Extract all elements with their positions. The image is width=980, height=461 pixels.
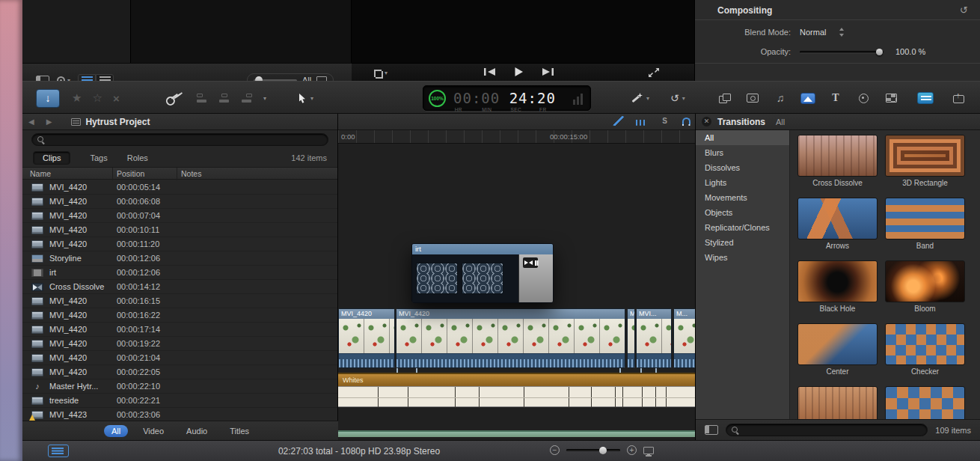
tool-selector[interactable]: ▾	[298, 82, 313, 115]
opacity-slider-knob[interactable]	[876, 49, 883, 55]
list-item[interactable]: !MVI_442300:00:23:06	[22, 408, 337, 421]
reset-icon[interactable]: ↺	[960, 4, 968, 16]
generators-browser-button[interactable]	[881, 91, 901, 106]
timeline-ruler[interactable]: 0:0000:00:15:00	[338, 130, 695, 144]
append-clip-icon[interactable]	[241, 94, 253, 103]
titles-browser-button[interactable]: T	[826, 91, 845, 106]
list-item[interactable]: MVI_442000:00:07:04	[22, 209, 337, 223]
sidebar-toggle-icon[interactable]	[705, 425, 718, 435]
transition-item[interactable]: Band	[885, 198, 973, 251]
category-lights[interactable]: Lights	[696, 175, 789, 190]
tab-clips[interactable]: Clips	[33, 151, 70, 165]
table-header[interactable]: Name Position Notes	[22, 167, 337, 180]
list-item[interactable]: irt00:00:12:06	[22, 266, 337, 280]
connect-clip-icon[interactable]	[196, 94, 208, 103]
category-stylized[interactable]: Stylized	[696, 235, 789, 250]
favorite-icon[interactable]: ★	[72, 91, 82, 105]
audio-lanes[interactable]	[338, 386, 696, 407]
browser-search-input[interactable]	[49, 135, 322, 144]
share-icon[interactable]	[952, 93, 964, 103]
list-item[interactable]: MVI_442000:00:10:11	[22, 223, 337, 237]
list-item[interactable]: MVI_442000:00:16:22	[22, 308, 337, 323]
list-item[interactable]: MVI_442000:00:19:22	[22, 337, 337, 351]
category-objects[interactable]: Objects	[696, 205, 789, 220]
next-frame-button[interactable]	[542, 67, 554, 78]
category-blurs[interactable]: Blurs	[696, 145, 789, 160]
inspector-toggle-icon[interactable]	[917, 92, 934, 104]
tab-tags[interactable]: Tags	[90, 153, 107, 162]
transition-item[interactable]: Center	[797, 323, 885, 376]
timeline-body[interactable]: MVI_4420MVI_4420MMVI...M... Whites irt	[338, 144, 696, 440]
transitions-search-field[interactable]	[726, 424, 928, 436]
list-item[interactable]: Cross Dissolve00:00:14:12	[22, 280, 337, 294]
music-clip[interactable]	[338, 430, 696, 437]
reject-icon[interactable]: ×	[113, 92, 120, 105]
popup-arrows-icon[interactable]	[839, 28, 845, 37]
snapping-magnet-icon[interactable]	[682, 117, 690, 124]
import-media-button[interactable]: ↓	[36, 89, 60, 108]
opacity-slider[interactable]	[800, 51, 883, 53]
list-item[interactable]: Storyline00:00:12:06	[22, 251, 337, 266]
themes-browser-button[interactable]	[854, 91, 873, 106]
unrate-icon[interactable]: ☆	[92, 91, 102, 105]
list-item[interactable]: treeside00:00:22:21	[22, 394, 337, 408]
zoom-in-icon[interactable]: +	[627, 445, 637, 455]
music-browser-button[interactable]: ♫	[771, 91, 790, 106]
keyword-editor-icon[interactable]	[162, 88, 183, 108]
category-replicator-clones[interactable]: Replicator/Clones	[696, 220, 789, 235]
filter-video[interactable]: Video	[135, 425, 171, 437]
previous-frame-button[interactable]	[483, 67, 496, 78]
solo-icon[interactable]: S	[659, 116, 670, 126]
fit-to-window-icon[interactable]	[643, 447, 654, 454]
crop-tools-button[interactable]: ▾	[373, 64, 388, 82]
column-notes[interactable]: Notes	[181, 169, 201, 178]
insert-clip-icon[interactable]	[218, 94, 230, 103]
audio-skimming-icon[interactable]	[636, 116, 647, 126]
list-item[interactable]: MVI_442000:00:21:04	[22, 351, 337, 365]
transition-item[interactable]: Bloom	[885, 260, 973, 314]
transition-item[interactable]	[797, 386, 885, 419]
transition-item[interactable]: Cross Dissolve	[797, 135, 885, 188]
zoom-slider[interactable]	[566, 449, 620, 451]
timeline-clip[interactable]: M...	[673, 308, 696, 368]
transitions-search-input[interactable]	[743, 426, 922, 435]
tab-roles[interactable]: Roles	[127, 153, 148, 162]
column-name[interactable]: Name	[30, 169, 51, 178]
timeline-clip[interactable]: MVI...	[636, 308, 672, 368]
transition-item[interactable]: Checker	[885, 323, 973, 376]
list-item[interactable]: MVI_442000:00:05:14	[22, 180, 337, 195]
list-item[interactable]: MVI_442000:00:16:15	[22, 294, 337, 308]
filter-audio[interactable]: Audio	[179, 425, 215, 437]
category-all[interactable]: All	[696, 130, 789, 145]
category-dissolves[interactable]: Dissolves	[696, 160, 789, 175]
transition-item[interactable]	[885, 386, 973, 419]
category-wipes[interactable]: Wipes	[696, 250, 789, 265]
skimming-icon[interactable]	[613, 116, 624, 126]
list-item[interactable]: MVI_442000:00:06:08	[22, 195, 337, 209]
back-arrow-icon[interactable]: ◀	[22, 117, 40, 126]
timeline-clip[interactable]: MVI_4420	[338, 308, 395, 368]
audio-meter-icon[interactable]	[573, 93, 583, 105]
effects-browser-button[interactable]	[715, 91, 735, 106]
edit-options-caret-icon[interactable]: ▾	[263, 95, 266, 102]
zoom-out-icon[interactable]: −	[550, 445, 560, 455]
retime-button[interactable]: ↺▾	[670, 82, 685, 115]
transition-item[interactable]: Arrows	[797, 198, 885, 251]
filter-titles[interactable]: Titles	[222, 425, 257, 437]
whites-clip[interactable]: Whites	[338, 373, 696, 386]
timeline-clip[interactable]: MVI_4420	[396, 308, 625, 368]
media-browser-button[interactable]	[798, 91, 818, 106]
zoom-slider-knob[interactable]	[599, 447, 607, 454]
fullscreen-button[interactable]	[648, 64, 660, 82]
list-item[interactable]: MVI_442000:00:22:05	[22, 365, 337, 379]
column-position[interactable]: Position	[117, 169, 144, 178]
enhancements-button[interactable]: ▾	[630, 82, 649, 115]
transition-item[interactable]: Black Hole	[797, 260, 885, 314]
list-item[interactable]: ♪Master Hytr...00:00:22:10	[22, 379, 337, 394]
photos-browser-button[interactable]	[743, 91, 762, 106]
browser-search-field[interactable]	[31, 133, 328, 146]
play-button[interactable]	[514, 67, 524, 79]
timeline-clip[interactable]: M	[627, 308, 635, 368]
transition-item[interactable]: 3D Rectangle	[885, 135, 973, 188]
filter-all[interactable]: All	[104, 425, 128, 437]
